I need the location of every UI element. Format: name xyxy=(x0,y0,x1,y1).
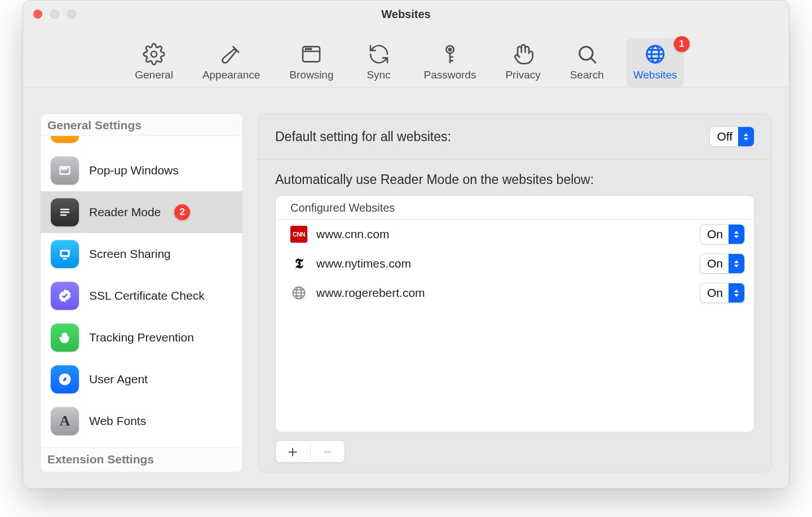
svg-point-7 xyxy=(449,49,451,51)
svg-point-18 xyxy=(62,168,63,169)
stepper-arrows-icon xyxy=(729,254,744,273)
sidebar-section-footer: Extension Settings xyxy=(41,448,242,472)
tab-general[interactable]: General xyxy=(128,38,180,87)
monitor-icon xyxy=(51,240,79,268)
site-select[interactable]: On xyxy=(700,224,745,244)
tab-privacy[interactable]: Privacy xyxy=(498,38,547,87)
site-select[interactable]: On xyxy=(700,253,745,274)
site-value: On xyxy=(700,254,729,273)
sidebar-item-page-zoom[interactable]: Page Zoom xyxy=(41,136,242,150)
table-row[interactable]: www.rogerebert.com On xyxy=(276,278,754,308)
titlebar: Websites xyxy=(23,1,789,28)
sync-icon xyxy=(368,43,390,65)
stepper-arrows-icon xyxy=(738,127,754,146)
default-setting-value: Off xyxy=(710,127,738,146)
sidebar-item-label: Reader Mode xyxy=(89,205,161,219)
window-controls xyxy=(33,10,76,19)
zoom-window-button[interactable] xyxy=(67,10,76,19)
site-favicon-cnn: CNN xyxy=(290,226,307,243)
sidebar-item-label: User Agent xyxy=(89,373,148,386)
site-domain: www.cnn.com xyxy=(316,227,691,241)
minimize-window-button[interactable] xyxy=(50,10,59,19)
tab-label: General xyxy=(135,69,173,81)
seal-check-icon xyxy=(51,282,79,310)
stepper-arrows-icon xyxy=(729,225,744,244)
font-icon: A xyxy=(51,407,79,435)
window-icon xyxy=(300,43,323,65)
close-window-button[interactable] xyxy=(33,10,42,19)
window-title: Websites xyxy=(381,8,430,21)
key-icon xyxy=(439,43,461,65)
site-select[interactable]: On xyxy=(700,283,745,303)
tab-appearance[interactable]: Appearance xyxy=(196,38,267,87)
paintbrush-icon xyxy=(220,43,242,65)
hand-stop-icon xyxy=(51,323,79,352)
sidebar-scroll[interactable]: Page Zoom Pop-up Windows Reader Mode xyxy=(41,136,242,448)
tab-label: Privacy xyxy=(505,69,540,81)
hand-icon xyxy=(512,43,535,65)
table-row[interactable]: CNN www.cnn.com On xyxy=(276,220,754,249)
tab-search[interactable]: Search xyxy=(563,38,611,87)
svg-point-20 xyxy=(65,168,67,169)
gear-icon xyxy=(143,43,165,65)
site-domain: www.rogerebert.com xyxy=(316,286,691,300)
svg-point-4 xyxy=(308,49,309,50)
sidebar-item-web-fonts[interactable]: A Web Fonts xyxy=(41,400,242,442)
sidebar-item-label: Pop-up Windows xyxy=(89,164,179,177)
zoom-icon xyxy=(51,136,79,143)
site-favicon-generic xyxy=(290,284,307,301)
sidebar-item-user-agent[interactable]: User Agent xyxy=(41,358,242,400)
sidebar-section-header: General Settings xyxy=(41,114,242,136)
sidebar: General Settings Page Zoom Pop-up Window… xyxy=(40,113,243,472)
sidebar-item-ssl-check[interactable]: SSL Certificate Check xyxy=(41,275,242,317)
preferences-toolbar: General Appearance Browsing Sync Passwor xyxy=(23,28,789,87)
sidebar-item-label: SSL Certificate Check xyxy=(89,289,205,303)
auto-reader-label: Automatically use Reader Mode on the web… xyxy=(258,160,771,195)
svg-point-5 xyxy=(311,49,312,50)
table-header: Configured Websites xyxy=(276,196,754,220)
site-value: On xyxy=(700,283,729,303)
tab-label: Search xyxy=(570,69,604,81)
tab-passwords[interactable]: Passwords xyxy=(417,38,483,87)
tab-websites[interactable]: Websites 1 xyxy=(626,38,684,87)
reader-icon xyxy=(51,198,79,226)
sidebar-item-tracking-prevention[interactable]: Tracking Prevention xyxy=(41,317,242,358)
svg-rect-25 xyxy=(61,251,69,256)
svg-point-3 xyxy=(306,49,307,50)
sidebar-item-screen-sharing[interactable]: Screen Sharing xyxy=(41,233,242,275)
stepper-arrows-icon xyxy=(729,283,744,303)
popup-icon xyxy=(51,156,79,185)
sidebar-item-popup-windows[interactable]: Pop-up Windows xyxy=(41,150,242,191)
svg-point-0 xyxy=(151,51,157,57)
annotation-badge-2: 2 xyxy=(174,204,190,220)
compass-icon xyxy=(51,365,79,393)
sidebar-item-label: Web Fonts xyxy=(89,414,146,428)
tab-label: Appearance xyxy=(202,69,260,81)
add-remove-control: ＋ － xyxy=(275,440,345,463)
tab-label: Websites xyxy=(633,69,677,81)
preferences-window: Websites General Appearance Browsing xyxy=(23,0,789,489)
default-setting-label: Default setting for all websites: xyxy=(275,129,451,144)
site-domain: www.nytimes.com xyxy=(316,257,691,270)
sidebar-item-label: Screen Sharing xyxy=(89,247,171,261)
default-setting-select[interactable]: Off xyxy=(709,126,754,147)
tab-browsing[interactable]: Browsing xyxy=(283,38,340,87)
search-icon xyxy=(576,43,598,65)
site-value: On xyxy=(700,225,729,244)
svg-line-9 xyxy=(590,58,595,63)
detail-panel: Default setting for all websites: Off Au… xyxy=(258,113,772,472)
configured-websites-table: Configured Websites CNN www.cnn.com On 𝕿… xyxy=(275,195,754,432)
table-row[interactable]: 𝕿 www.nytimes.com On xyxy=(276,249,754,278)
sidebar-item-label: Tracking Prevention xyxy=(89,331,194,344)
tab-sync[interactable]: Sync xyxy=(356,38,401,87)
tab-label: Passwords xyxy=(424,69,476,81)
globe-icon xyxy=(644,43,667,65)
sidebar-item-reader-mode[interactable]: Reader Mode 2 xyxy=(41,191,242,233)
remove-website-button[interactable]: － xyxy=(311,441,345,462)
annotation-badge-1: 1 xyxy=(674,36,690,52)
tab-label: Browsing xyxy=(289,69,333,81)
svg-point-19 xyxy=(64,168,65,169)
tab-label: Sync xyxy=(367,69,390,81)
add-website-button[interactable]: ＋ xyxy=(276,441,310,462)
content-area: General Settings Page Zoom Pop-up Window… xyxy=(23,87,789,488)
